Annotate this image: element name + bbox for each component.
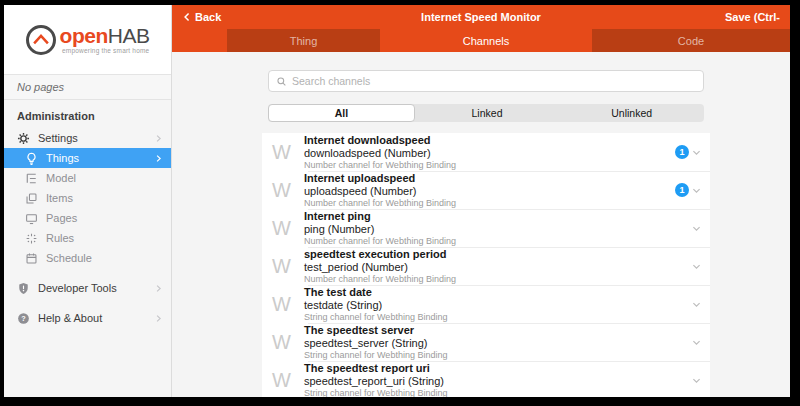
logo-area[interactable]: openHAB empowering the smart home bbox=[4, 5, 171, 75]
content-area: AllLinkedUnlinked WInternet downloadspee… bbox=[172, 52, 790, 397]
sidebar-item-label: Things bbox=[46, 152, 154, 164]
channel-text: Internet pingping (Number)Number channel… bbox=[304, 210, 691, 246]
chevron-right-icon bbox=[154, 154, 163, 163]
channel-description: Number channel for Webthing Binding bbox=[304, 198, 675, 208]
chevron-down-icon[interactable] bbox=[691, 223, 702, 234]
lightbulb-icon bbox=[25, 152, 38, 165]
back-label: Back bbox=[195, 11, 221, 23]
openhab-house-icon bbox=[26, 25, 56, 55]
channel-row[interactable]: WThe test datetestdate (String)String ch… bbox=[262, 285, 710, 323]
back-button[interactable]: Back bbox=[182, 11, 221, 23]
webthing-binding-icon: W bbox=[270, 218, 304, 238]
save-button[interactable]: Save (Ctrl- bbox=[725, 11, 780, 23]
sidebar-item-things[interactable]: Things bbox=[4, 148, 171, 168]
channel-row[interactable]: Wspeedtest execution periodtest_period (… bbox=[262, 247, 710, 285]
channel-row-controls bbox=[691, 223, 702, 234]
sidebar-item-label: Rules bbox=[46, 232, 163, 244]
tab-thing[interactable]: Thing bbox=[227, 29, 380, 52]
channel-title: The test date bbox=[304, 286, 691, 299]
search-icon bbox=[276, 76, 287, 87]
channel-title: Internet ping bbox=[304, 210, 691, 223]
sidebar-item-items[interactable]: Items bbox=[4, 188, 171, 208]
top-navbar: Back Internet Speed Monitor Save (Ctrl- bbox=[172, 5, 790, 29]
items-copy-icon bbox=[25, 192, 38, 205]
channel-description: String channel for Webthing Binding bbox=[304, 350, 691, 360]
chevron-down-icon[interactable] bbox=[691, 147, 702, 158]
gear-icon bbox=[17, 132, 30, 145]
sidebar-item-developer-tools[interactable]: Developer Tools bbox=[4, 278, 171, 298]
filter-option-unlinked[interactable]: Unlinked bbox=[559, 104, 704, 122]
tab-bar-spacer bbox=[172, 29, 227, 52]
channel-id: speedtest_server (String) bbox=[304, 337, 691, 350]
sidebar-gap bbox=[4, 298, 171, 308]
logo-tagline: empowering the smart home bbox=[62, 47, 149, 54]
sidebar-item-help-about[interactable]: ?Help & About bbox=[4, 308, 171, 328]
chevron-down-icon[interactable] bbox=[691, 375, 702, 386]
svg-text:?: ? bbox=[21, 314, 26, 323]
sidebar-item-label: Help & About bbox=[38, 312, 154, 324]
page-title: Internet Speed Monitor bbox=[172, 11, 790, 23]
channel-row[interactable]: WInternet pingping (Number)Number channe… bbox=[262, 209, 710, 247]
app-window: openHAB empowering the smart home No pag… bbox=[4, 5, 790, 397]
sidebar-section-administration: Administration bbox=[4, 100, 171, 128]
tab-bar: ThingChannelsCode bbox=[172, 29, 790, 52]
sidebar-item-label: Schedule bbox=[46, 252, 163, 264]
help-question-icon: ? bbox=[17, 312, 30, 325]
channel-row[interactable]: WInternet downloadspeeddownloadspeed (Nu… bbox=[262, 133, 710, 171]
filter-option-linked[interactable]: Linked bbox=[415, 104, 560, 122]
webthing-binding-icon: W bbox=[270, 142, 304, 162]
main-panel: Back Internet Speed Monitor Save (Ctrl- … bbox=[172, 5, 790, 397]
no-pages-label: No pages bbox=[4, 75, 171, 100]
webthing-binding-icon: W bbox=[270, 332, 304, 352]
logo-text-open: open bbox=[60, 24, 108, 47]
channel-row-controls bbox=[691, 337, 702, 348]
channel-description: Number channel for Webthing Binding bbox=[304, 160, 675, 170]
channel-row-controls: 1 bbox=[675, 183, 702, 197]
sidebar-item-label: Items bbox=[46, 192, 163, 204]
channel-title: The speedtest server bbox=[304, 324, 691, 337]
chevron-right-icon bbox=[154, 314, 163, 323]
search-channels-bar[interactable] bbox=[268, 70, 704, 92]
sidebar-item-settings[interactable]: Settings bbox=[4, 128, 171, 148]
sidebar-item-rules[interactable]: Rules bbox=[4, 228, 171, 248]
filter-option-all[interactable]: All bbox=[268, 104, 415, 122]
channel-id: test_period (Number) bbox=[304, 261, 691, 274]
sidebar-item-label: Developer Tools bbox=[38, 282, 154, 294]
sidebar-item-label: Settings bbox=[38, 132, 154, 144]
chevron-down-icon[interactable] bbox=[691, 261, 702, 272]
rules-sparkle-icon bbox=[25, 232, 38, 245]
chevron-down-icon[interactable] bbox=[691, 185, 702, 196]
content-column: AllLinkedUnlinked WInternet downloadspee… bbox=[262, 70, 710, 397]
chevron-down-icon[interactable] bbox=[691, 299, 702, 310]
channel-text: The speedtest report urispeedtest_report… bbox=[304, 362, 691, 397]
channel-id: uploadspeed (Number) bbox=[304, 185, 675, 198]
chevron-right-icon bbox=[154, 134, 163, 143]
channel-text: speedtest execution periodtest_period (N… bbox=[304, 248, 691, 284]
openhab-logo: openHAB empowering the smart home bbox=[26, 25, 150, 55]
search-input[interactable] bbox=[292, 75, 696, 87]
channel-row-controls bbox=[691, 299, 702, 310]
channel-description: Number channel for Webthing Binding bbox=[304, 236, 691, 246]
filter-segmented-control: AllLinkedUnlinked bbox=[268, 104, 704, 122]
channel-description: Number channel for Webthing Binding bbox=[304, 274, 691, 284]
sidebar-item-model[interactable]: Model bbox=[4, 168, 171, 188]
channel-text: Internet uploadspeeduploadspeed (Number)… bbox=[304, 172, 675, 208]
webthing-binding-icon: W bbox=[270, 256, 304, 276]
model-tree-icon bbox=[25, 172, 38, 185]
channel-row[interactable]: WInternet uploadspeeduploadspeed (Number… bbox=[262, 171, 710, 209]
sidebar-item-schedule[interactable]: Schedule bbox=[4, 248, 171, 268]
tab-code[interactable]: Code bbox=[592, 29, 790, 52]
logo-text-hab: HAB bbox=[108, 24, 150, 47]
sidebar-item-label: Model bbox=[46, 172, 163, 184]
channel-id: speedtest_report_uri (String) bbox=[304, 375, 691, 388]
chevron-down-icon[interactable] bbox=[691, 337, 702, 348]
schedule-calendar-icon bbox=[25, 252, 38, 265]
webthing-binding-icon: W bbox=[270, 180, 304, 200]
channel-row[interactable]: WThe speedtest report urispeedtest_repor… bbox=[262, 361, 710, 397]
tab-channels[interactable]: Channels bbox=[380, 29, 592, 52]
channel-row[interactable]: WThe speedtest serverspeedtest_server (S… bbox=[262, 323, 710, 361]
sidebar-item-pages[interactable]: Pages bbox=[4, 208, 171, 228]
channel-title: The speedtest report uri bbox=[304, 362, 691, 375]
channel-row-controls bbox=[691, 261, 702, 272]
channel-text: Internet downloadspeeddownloadspeed (Num… bbox=[304, 134, 675, 170]
